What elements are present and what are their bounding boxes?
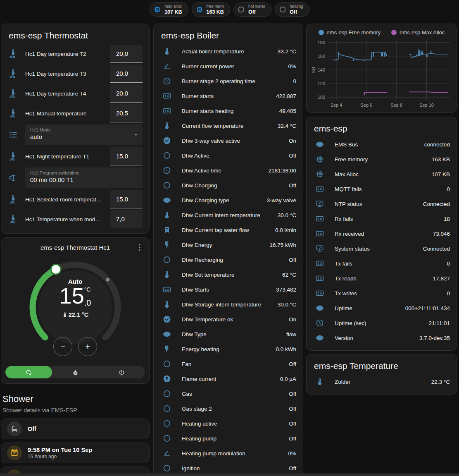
- sensor-label: Dhw Active time: [182, 167, 265, 174]
- sensor-row[interactable]: Zolder 22.3 °C: [313, 374, 450, 389]
- number-input[interactable]: 20,0: [110, 65, 143, 83]
- thermostat-dial[interactable]: Auto 15 °C .0 22.1 °C − +: [23, 255, 127, 359]
- thermostat-hc1-card: ems-esp Thermostat Hc1 Auto 15 °C .0: [1, 237, 150, 384]
- sensor-value: Off: [289, 182, 296, 189]
- entity-row[interactable]: Hc1 Day temperature T3 20,0: [8, 64, 143, 84]
- sensor-row[interactable]: Dhw Current intern temperature 30.0 °C: [160, 208, 296, 222]
- sensor-row[interactable]: 18 Burner starts 422,887: [160, 89, 296, 103]
- svg-text:8: 8: [167, 94, 169, 98]
- sensor-value: 18: [444, 216, 450, 222]
- sensor-row[interactable]: Uptime (sec) 21:11:01: [313, 316, 450, 330]
- sensor-row[interactable]: Dhw Set temperature 62 °C: [160, 267, 296, 282]
- sensor-row[interactable]: 18 Rx fails 18: [313, 211, 450, 226]
- counter-icon: 18: [163, 285, 171, 294]
- sensor-row[interactable]: Dhw Active time 2181:38:00: [160, 163, 296, 178]
- entity-row[interactable]: Hc1 Day temperature T4 20,0: [8, 84, 143, 103]
- entity-row[interactable]: Hc1 Mode auto: [8, 124, 143, 145]
- legend-item[interactable]: ems-esp Max Alloc: [391, 29, 445, 36]
- svg-text:1: 1: [318, 217, 319, 221]
- sensor-label: Fan: [182, 361, 285, 367]
- sensor-row[interactable]: EMS Bus connected: [313, 137, 450, 152]
- sensor-row[interactable]: Burner current power 0%: [160, 59, 296, 74]
- sensor-row[interactable]: Heating pump Off: [160, 431, 296, 446]
- sensor-row[interactable]: 18 Rx received 73,046: [313, 226, 450, 241]
- svg-text:1: 1: [165, 94, 166, 98]
- boiler-rows: Actual boiler temperature 33.2 °C Burner…: [160, 44, 296, 476]
- sensor-row[interactable]: 18 Tx reads 17,827: [313, 271, 450, 286]
- sensor-row[interactable]: 18 Tx fails 0: [313, 256, 450, 271]
- text-input[interactable]: Hc1 Program switchtime 00 mo 00:00 T1: [25, 167, 143, 188]
- sensor-row[interactable]: NTP status Connected: [313, 196, 450, 211]
- number-input[interactable]: 15,0: [110, 190, 143, 208]
- entity-row[interactable]: Hc1 Program switchtime 00 mo 00:00 T1: [8, 167, 143, 188]
- sensor-row[interactable]: Heating pump modulation 0%: [160, 446, 296, 461]
- number-input[interactable]: 7,0: [110, 210, 143, 228]
- sensor-row[interactable]: Flame current 0.0 µA: [160, 371, 296, 386]
- sensor-row[interactable]: Dhw Active Off: [160, 148, 296, 163]
- sensor-row[interactable]: Current flow temperature 32.4 °C: [160, 118, 296, 133]
- sensor-row[interactable]: Gas Off: [160, 386, 296, 401]
- number-input[interactable]: 20,0: [110, 45, 143, 63]
- sensor-row[interactable]: Dhw Temperature ok On: [160, 312, 296, 327]
- entity-row[interactable]: Hc1 Manual temperature 20,5: [8, 103, 143, 123]
- number-input[interactable]: 20,5: [110, 104, 143, 122]
- shower-item[interactable]: 9:58 PM on Tue 10 Sep 15 hours ago: [1, 443, 150, 463]
- sensor-row[interactable]: Dhw Energy 16.75 kWh: [160, 237, 296, 252]
- status-chip[interactable]: free mem 163 KB: [192, 2, 230, 17]
- hvac-mode-button[interactable]: A: [5, 366, 52, 378]
- legend-item[interactable]: ems-esp Free memory: [319, 29, 381, 36]
- number-input[interactable]: 15,0: [110, 147, 143, 165]
- list-icon: [9, 130, 18, 139]
- entity-row[interactable]: Hc1 Day temperature T2 20,0: [8, 44, 143, 64]
- status-chip[interactable]: heating Off: [275, 2, 309, 17]
- hvac-mode-button[interactable]: [52, 366, 99, 378]
- temperature-decrease-button[interactable]: −: [53, 337, 72, 356]
- sensor-row[interactable]: Dhw Type flow: [160, 327, 296, 342]
- sensor-row[interactable]: Fan Off: [160, 356, 296, 371]
- sensor-row[interactable]: Actual boiler temperature 33.2 °C: [160, 44, 296, 59]
- sensor-value: 73,046: [433, 231, 450, 237]
- entity-row[interactable]: Hc1 Temperature when mod… 7,0: [8, 209, 143, 229]
- flash-circle-icon: [163, 375, 171, 383]
- sensor-row[interactable]: 18 Dhw Starts 373,482: [160, 282, 296, 297]
- more-options-icon[interactable]: [135, 243, 144, 252]
- hvac-mode-button[interactable]: [98, 366, 145, 378]
- status-chip[interactable]: hot water Off: [233, 2, 271, 17]
- shower-item[interactable]: Off: [1, 419, 150, 439]
- sensor-value: 0: [447, 186, 450, 192]
- temperature-rows: Zolder 22.3 °C: [313, 374, 450, 389]
- sensor-row[interactable]: Dhw 3-way valve active On: [160, 133, 296, 148]
- temperature-increase-button[interactable]: +: [78, 337, 97, 356]
- sensor-row[interactable]: System status Connected: [313, 241, 450, 256]
- sensor-row[interactable]: Dhw Charging Off: [160, 178, 296, 193]
- svg-text:Sep 8: Sep 8: [390, 103, 402, 108]
- circle-outline-icon: [238, 6, 245, 13]
- sensor-row[interactable]: 18 Burner starts heating 49,405: [160, 103, 296, 118]
- sensor-row[interactable]: Uptime 000+21:11:01.434: [313, 301, 450, 316]
- sensor-row[interactable]: Dhw Recharging Off: [160, 252, 296, 267]
- sensor-row[interactable]: 18 MQTT fails 0: [313, 182, 450, 196]
- sensor-value: 000+21:11:01.434: [405, 305, 450, 311]
- svg-text:Sep 4: Sep 4: [331, 103, 342, 108]
- entity-row[interactable]: Hc1 Selected room temperat… 15,0: [8, 189, 143, 209]
- sensor-row[interactable]: Dhw Storage intern temperature 30.0 °C: [160, 297, 296, 312]
- dial-arc[interactable]: [23, 255, 127, 359]
- thermometer-icon: [163, 47, 171, 55]
- mode-select[interactable]: Hc1 Mode auto: [25, 124, 143, 145]
- sensor-row[interactable]: Dhw Current tap water flow 0.0 l/min: [160, 222, 296, 237]
- sensor-row[interactable]: Heating active Off: [160, 416, 296, 431]
- sensor-label: Burner stage 2 operating time: [182, 78, 290, 84]
- sensor-row[interactable]: Version 3.7.0-dev.35: [313, 330, 450, 345]
- sensor-row[interactable]: Energy heating 0.0 kWh: [160, 342, 296, 356]
- sensor-row[interactable]: 18 Tx writes 0: [313, 286, 450, 301]
- sensor-row[interactable]: Max Alloc 107 KB: [313, 167, 450, 182]
- sensor-row[interactable]: Dhw Charging type 3-way valve: [160, 193, 296, 208]
- sensor-row[interactable]: Burner stage 2 operating time 0: [160, 74, 296, 89]
- sensor-label: Tx reads: [335, 275, 430, 282]
- entity-row[interactable]: Hc1 Night temperature T1 15,0: [8, 146, 143, 166]
- number-input[interactable]: 20,0: [110, 84, 143, 103]
- status-chip[interactable]: max alloc 107 KB: [150, 2, 188, 17]
- sensor-row[interactable]: Free memory 163 KB: [313, 152, 450, 167]
- card-title: ems-esp Thermostat Hc1: [40, 244, 110, 251]
- sensor-row[interactable]: Gas stage 2 Off: [160, 401, 296, 416]
